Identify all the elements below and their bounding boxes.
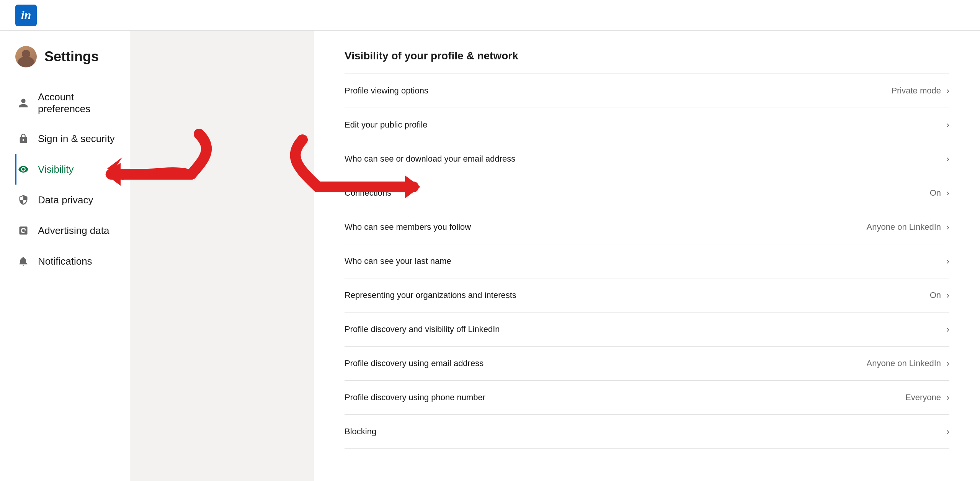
sidebar-item-advertising-data-label: Advertising data [38, 225, 109, 237]
settings-list: Profile viewing options Private mode › E… [345, 74, 949, 449]
list-item-blocking[interactable]: Blocking › [345, 415, 949, 449]
list-item-organizations[interactable]: Representing your organizations and inte… [345, 278, 949, 312]
list-item-profile-discovery-phone[interactable]: Profile discovery using phone number Eve… [345, 381, 949, 415]
item-value: On [930, 188, 941, 198]
item-label: Who can see or download your email addre… [345, 154, 515, 164]
item-right: › [946, 119, 949, 130]
item-value: On [930, 290, 941, 300]
item-label: Edit your public profile [345, 120, 427, 130]
item-label-container: Connections [345, 188, 391, 198]
header: in [0, 0, 980, 31]
item-label-container: Who can see your last name [345, 256, 451, 266]
linkedin-logo[interactable]: in [15, 5, 37, 26]
sidebar-item-account-preferences[interactable]: Account preferences [15, 83, 130, 123]
sidebar-item-data-privacy-label: Data privacy [38, 194, 93, 206]
chevron-right-icon: › [946, 85, 949, 96]
settings-title-row: Settings [15, 46, 130, 67]
item-label-container: Who can see or download your email addre… [345, 154, 515, 164]
item-value: Anyone on LinkedIn [867, 358, 941, 368]
item-right: › [946, 426, 949, 437]
item-right: › [946, 256, 949, 267]
list-item-last-name[interactable]: Who can see your last name › [345, 244, 949, 278]
item-label: Profile viewing options [345, 86, 428, 96]
chevron-right-icon: › [946, 392, 949, 403]
main-container: Settings Account preferences [0, 31, 980, 481]
middle-panel [130, 31, 314, 481]
sidebar-item-data-privacy[interactable]: Data privacy [15, 185, 130, 215]
item-right: › [946, 324, 949, 335]
item-label-container: Profile discovery and visibility off Lin… [345, 324, 500, 334]
lock-icon [16, 132, 30, 146]
item-right: › [946, 154, 949, 164]
section-title: Visibility of your profile & network [345, 50, 949, 62]
right-panel: Visibility of your profile & network Pro… [314, 31, 980, 481]
item-right: Everyone › [905, 392, 949, 403]
chevron-right-icon: › [946, 324, 949, 335]
item-label-container: Profile discovery using phone number [345, 393, 485, 402]
item-value: Everyone [905, 393, 941, 402]
sidebar-item-sign-in-security-label: Sign in & security [38, 133, 115, 145]
chevron-right-icon: › [946, 426, 949, 437]
chevron-right-icon: › [946, 290, 949, 301]
item-label: Representing your organizations and inte… [345, 290, 516, 300]
item-label: Who can see your last name [345, 256, 451, 266]
item-value: Private mode [891, 86, 941, 96]
item-right: Private mode › [891, 85, 949, 96]
item-label: Profile discovery using phone number [345, 393, 485, 402]
sidebar-item-visibility[interactable]: Visibility [15, 154, 130, 185]
bell-icon [16, 254, 30, 268]
item-label-container: Profile discovery using email address [345, 358, 483, 368]
list-item-email-visibility[interactable]: Who can see or download your email addre… [345, 142, 949, 176]
item-right: Anyone on LinkedIn › [867, 358, 950, 369]
list-item-edit-public-profile[interactable]: Edit your public profile › [345, 108, 949, 142]
item-value: Anyone on LinkedIn [867, 222, 941, 232]
chevron-right-icon: › [946, 188, 949, 198]
chevron-right-icon: › [946, 358, 949, 369]
avatar [15, 46, 37, 67]
item-right: On › [930, 188, 949, 198]
sidebar-item-account-preferences-label: Account preferences [38, 91, 118, 115]
person-icon [16, 96, 30, 110]
item-label: Profile discovery and visibility off Lin… [345, 324, 500, 334]
item-label-container: Blocking [345, 427, 376, 437]
list-item-connections[interactable]: Connections On › [345, 176, 949, 210]
sidebar-item-notifications-label: Notifications [38, 255, 92, 267]
chevron-right-icon: › [946, 119, 949, 130]
sidebar: Settings Account preferences [0, 31, 130, 481]
list-item-members-follow[interactable]: Who can see members you follow Anyone on… [345, 210, 949, 244]
shield-icon [16, 193, 30, 207]
list-item-profile-viewing[interactable]: Profile viewing options Private mode › [345, 74, 949, 108]
sidebar-item-notifications[interactable]: Notifications [15, 246, 130, 276]
settings-heading: Settings [44, 49, 99, 65]
item-right: On › [930, 290, 949, 301]
item-label: Who can see members you follow [345, 222, 471, 232]
list-item-profile-discovery-off[interactable]: Profile discovery and visibility off Lin… [345, 312, 949, 347]
item-label: Profile discovery using email address [345, 358, 483, 368]
item-label: Connections [345, 188, 391, 198]
chevron-right-icon: › [946, 154, 949, 164]
chevron-right-icon: › [946, 256, 949, 267]
eye-icon [16, 162, 30, 176]
list-item-profile-discovery-email[interactable]: Profile discovery using email address An… [345, 347, 949, 381]
item-right: Anyone on LinkedIn › [867, 222, 950, 232]
ad-icon [16, 224, 30, 237]
item-label-container: Who can see members you follow [345, 222, 471, 232]
sidebar-item-sign-in-security[interactable]: Sign in & security [15, 123, 130, 154]
item-label-container: Representing your organizations and inte… [345, 290, 516, 300]
sidebar-item-advertising-data[interactable]: Advertising data [15, 215, 130, 246]
chevron-right-icon: › [946, 222, 949, 232]
sidebar-item-visibility-label: Visibility [38, 164, 74, 175]
item-label-container: Profile viewing options [345, 86, 428, 96]
sidebar-nav: Account preferences Sign in & security [15, 83, 130, 276]
item-label: Blocking [345, 427, 376, 437]
item-label-container: Edit your public profile [345, 120, 427, 130]
